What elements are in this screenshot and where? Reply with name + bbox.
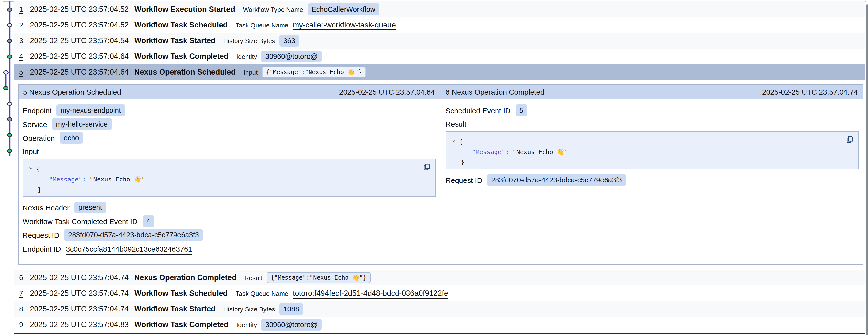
event-status-dot-green[interactable]	[4, 86, 8, 90]
event-row[interactable]: 62025-02-25 UTC 23:57:04.74Nexus Operati…	[14, 270, 865, 285]
json-key: "Message"	[49, 175, 82, 183]
detail-field-label: Input	[23, 147, 436, 157]
detail-timestamp: 2025-02-25 UTC 23:57:04.74	[762, 88, 858, 96]
attribute-label: Identity	[237, 53, 257, 60]
detail-field: Endpoint ID3c0c75ccfa8144b092c13ce632463…	[23, 243, 436, 255]
detail-field-label: Operation	[23, 134, 55, 142]
event-name: Workflow Execution Started	[134, 5, 235, 14]
vertical-scrollbar-thumb[interactable]	[866, 4, 868, 335]
event-id-link[interactable]: 9	[19, 321, 30, 329]
event-timestamp: 2025-02-25 UTC 23:57:04.52	[30, 5, 134, 14]
json-payload-block: ⌄{"Message": "Nexus Echo 👋"}	[23, 159, 436, 197]
event-timestamp: 2025-02-25 UTC 23:57:04.74	[30, 273, 134, 282]
attribute-label: History Size Bytes	[223, 305, 275, 313]
event-name: Workflow Task Scheduled	[134, 21, 228, 29]
detail-title: 5 Nexus Operation Scheduled	[23, 88, 121, 96]
event-rows-bottom: 62025-02-25 UTC 23:57:04.74Nexus Operati…	[14, 270, 865, 334]
json-line: }	[36, 185, 429, 195]
event-id-link[interactable]: 3	[19, 37, 30, 45]
event-id-link[interactable]: 7	[19, 289, 30, 297]
event-status-dot-light[interactable]	[7, 24, 12, 27]
detail-header: 5 Nexus Operation Scheduled 2025-02-25 U…	[19, 85, 440, 99]
detail-field-value-badge: present	[74, 202, 106, 213]
detail-field-label: Endpoint	[23, 106, 52, 114]
detail-field-label: Scheduled Event ID	[445, 106, 510, 114]
attribute-value-badge: 1088	[279, 303, 303, 315]
detail-field: Nexus Headerpresent	[23, 202, 436, 213]
event-status-dot-light[interactable]	[4, 71, 8, 74]
event-id-link[interactable]: 2	[19, 21, 30, 29]
event-row[interactable]: 52025-02-25 UTC 23:57:04.64Nexus Operati…	[14, 64, 865, 80]
event-row[interactable]: 42025-02-25 UTC 23:57:04.64Workflow Task…	[14, 49, 865, 64]
copy-icon[interactable]	[424, 163, 430, 171]
detail-field-label: Endpoint ID	[23, 245, 61, 253]
event-timeline-graph	[0, 0, 14, 167]
event-rows-top: 12025-02-25 UTC 23:57:04.52Workflow Exec…	[14, 1, 865, 80]
event-id-link[interactable]: 1	[19, 5, 30, 13]
event-status-dot-green[interactable]	[7, 133, 12, 137]
attribute-label: Task Queue Name	[236, 290, 288, 297]
event-name: Workflow Task Scheduled	[134, 289, 228, 298]
detail-field-value-badge: my-nexus-endpoint	[56, 105, 125, 116]
detail-field: Request ID283fd070-d57a-4423-bdca-c5c779…	[445, 174, 859, 186]
detail-field-label: Result	[445, 120, 859, 130]
json-payload-block: ⌄{"Message": "Nexus Echo 👋"}	[445, 132, 859, 169]
detail-panel-scheduled: 5 Nexus Operation Scheduled 2025-02-25 U…	[19, 85, 440, 264]
event-row[interactable]: 72025-02-25 UTC 23:57:04.74Workflow Task…	[14, 285, 865, 301]
event-status-dot-gray[interactable]	[7, 118, 12, 121]
attribute-label: History Size Bytes	[223, 37, 275, 45]
event-timestamp: 2025-02-25 UTC 23:57:04.64	[30, 68, 134, 77]
attribute-value-badge: EchoCallerWorkflow	[308, 3, 379, 15]
copy-icon[interactable]	[846, 136, 853, 143]
event-history-view: 12025-02-25 UTC 23:57:04.52Workflow Exec…	[0, 0, 868, 335]
detail-header: 6 Nexus Operation Completed 2025-02-25 U…	[440, 85, 863, 99]
event-name: Workflow Task Completed	[134, 320, 229, 329]
json-line: "Message": "Nexus Echo 👋"	[36, 174, 429, 185]
json-line: "Message": "Nexus Echo 👋"	[459, 147, 852, 157]
detail-field-label: Service	[23, 120, 47, 128]
json-line: {	[36, 164, 429, 174]
detail-timestamp: 2025-02-25 UTC 23:57:04.64	[339, 88, 435, 96]
event-id-link[interactable]: 5	[19, 68, 30, 76]
attribute-label: Input	[243, 68, 257, 76]
detail-field-value-badge: echo	[60, 132, 83, 144]
detail-field: Operationecho	[23, 132, 436, 144]
detail-field-value-link[interactable]: 3c0c75ccfa8144b092c13ce632463761	[66, 245, 192, 253]
collapse-chevron-icon[interactable]: ⌄	[29, 161, 33, 172]
event-row[interactable]: 82025-02-25 UTC 23:57:04.74Workflow Task…	[14, 301, 865, 317]
event-id-link[interactable]: 4	[19, 53, 30, 60]
detail-field-value-badge: my-hello-service	[52, 118, 112, 130]
detail-title: 6 Nexus Operation Completed	[445, 88, 545, 96]
event-name: Workflow Task Started	[134, 36, 215, 45]
event-timestamp: 2025-02-25 UTC 23:57:04.74	[30, 305, 134, 313]
detail-panel-completed: 6 Nexus Operation Completed 2025-02-25 U…	[440, 85, 863, 264]
event-status-dot-light[interactable]	[7, 102, 12, 106]
attribute-value-badge: 363	[279, 35, 299, 47]
attribute-value-link[interactable]: totoro:f494fecf-2d51-4d48-bdcd-036a0f912…	[293, 289, 448, 298]
attribute-value-link[interactable]: my-caller-workflow-task-queue	[293, 21, 396, 29]
event-id-link[interactable]: 6	[19, 274, 30, 282]
collapse-chevron-icon[interactable]: ⌄	[452, 134, 456, 144]
event-status-dot-gray[interactable]	[7, 39, 12, 43]
event-status-dot-green[interactable]	[7, 149, 12, 152]
event-status-dot-gray[interactable]	[7, 8, 12, 11]
detail-field: Endpointmy-nexus-endpoint	[23, 105, 436, 116]
detail-field-value-badge: 4	[143, 215, 154, 227]
detail-body: Endpointmy-nexus-endpointServicemy-hello…	[19, 99, 440, 255]
event-timestamp: 2025-02-25 UTC 23:57:04.83	[30, 320, 134, 329]
event-name: Workflow Task Completed	[134, 52, 229, 61]
event-row[interactable]: 22025-02-25 UTC 23:57:04.52Workflow Task…	[14, 17, 865, 33]
json-line: }	[459, 157, 852, 167]
detail-field-value-badge: 283fd070-d57a-4423-bdca-c5c779e6a3f3	[64, 229, 203, 241]
event-name: Nexus Operation Completed	[134, 273, 237, 282]
detail-field-value-badge: 283fd070-d57a-4423-bdca-c5c779e6a3f3	[487, 174, 626, 186]
event-row[interactable]: 32025-02-25 UTC 23:57:04.54Workflow Task…	[14, 33, 865, 49]
event-id-link[interactable]: 8	[19, 305, 30, 313]
event-row[interactable]: 12025-02-25 UTC 23:57:04.52Workflow Exec…	[14, 1, 865, 17]
event-row[interactable]: 92025-02-25 UTC 23:57:04.83Workflow Task…	[14, 317, 865, 333]
detail-field: Workflow Task Completed Event ID4	[23, 215, 436, 227]
event-detail-panels: 5 Nexus Operation Scheduled 2025-02-25 U…	[18, 84, 863, 265]
event-status-dot-green[interactable]	[7, 55, 12, 58]
json-line: {	[459, 136, 852, 147]
detail-field: Servicemy-hello-service	[23, 118, 436, 130]
